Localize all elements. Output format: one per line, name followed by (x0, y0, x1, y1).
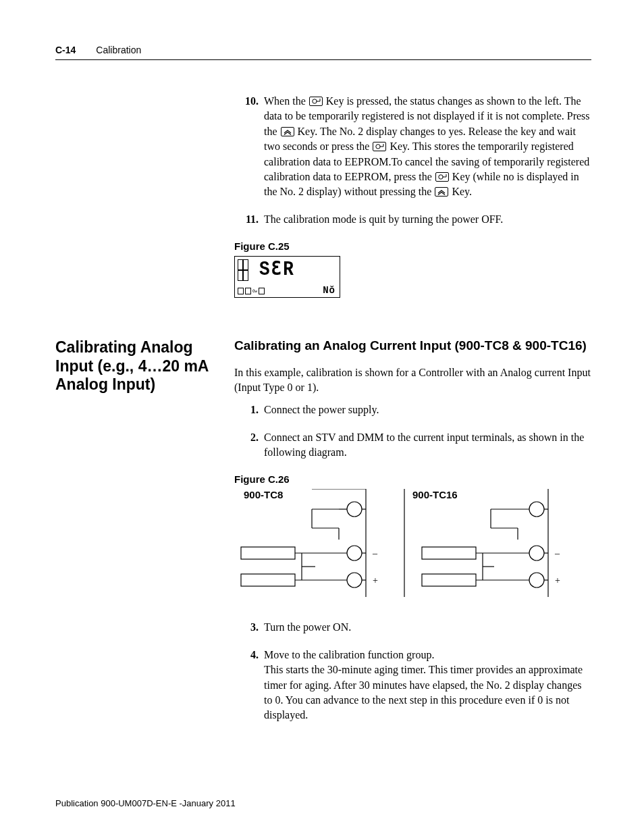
step-item: 4.Move to the calibration function group… (264, 648, 591, 723)
step-item: 11.The calibration mode is quit by turni… (264, 212, 591, 227)
step-item: 3.Turn the power ON. (264, 620, 591, 635)
up-key-icon (435, 187, 448, 197)
publication-line: Publication 900-UM007D-EN-E -January 201… (55, 798, 236, 808)
step-list: 1.Connect the power supply.2.Connect an … (234, 402, 591, 460)
step-item: 2.Connect an STV and DMM to the current … (264, 430, 591, 461)
step-number: 4. (240, 648, 259, 662)
figure-c26: 900-TC8 (234, 489, 591, 604)
intro-paragraph: In this example, calibration is shown fo… (234, 365, 591, 394)
svg-point-5 (347, 502, 362, 517)
step-number: 2. (240, 430, 259, 445)
svg-point-24 (529, 502, 544, 517)
svg-point-11 (347, 546, 362, 561)
section-heading-left: Calibrating Analog Input (e.g., 4…20 mA … (55, 338, 234, 394)
figure-label: Figure C.26 (234, 473, 591, 485)
svg-point-2 (439, 175, 443, 179)
svg-rect-19 (241, 574, 295, 586)
chapter-name: Calibration (96, 45, 141, 55)
enter-key-icon (309, 97, 323, 106)
plus-symbol: + (555, 575, 560, 585)
step-number: 3. (240, 620, 259, 635)
page-number: C-14 (55, 45, 76, 55)
figure-c25: SƐR Nŏ Ow (234, 256, 340, 298)
section-subheading: Calibrating an Analog Current Input (900… (234, 338, 591, 353)
page-header: C-14 Calibration (55, 45, 591, 60)
svg-rect-18 (241, 547, 295, 559)
step-number: 11. (240, 212, 259, 227)
step-number: 10. (240, 94, 259, 109)
step-list: 3.Turn the power ON.4.Move to the calibr… (234, 620, 591, 723)
svg-point-15 (347, 573, 362, 588)
svg-point-1 (376, 145, 380, 149)
figure-sublabel: 900-TC8 (244, 489, 283, 500)
enter-key-icon (373, 142, 386, 151)
svg-rect-36 (422, 574, 476, 586)
step-item: 1.Connect the power supply. (264, 402, 591, 417)
lcd-sub-text: Nŏ (323, 285, 336, 296)
svg-point-29 (529, 546, 544, 561)
step-item: 10.When the Key is pressed, the status c… (264, 94, 591, 200)
diagram-900-tc16: – + (403, 489, 572, 604)
figure-label: Figure C.25 (234, 240, 591, 252)
step-list: 10.When the Key is pressed, the status c… (234, 94, 591, 227)
plus-symbol: + (373, 575, 378, 585)
enter-key-icon (435, 172, 449, 182)
minus-symbol: – (554, 548, 560, 558)
svg-rect-35 (422, 547, 476, 559)
svg-point-32 (529, 573, 544, 588)
step-number: 1. (240, 402, 259, 417)
lcd-main-text: SƐR (259, 257, 336, 281)
up-key-icon (281, 127, 294, 136)
minus-symbol: – (372, 548, 378, 558)
svg-point-0 (313, 99, 317, 103)
figure-sublabel: 900-TC16 (412, 489, 458, 500)
diagram-900-tc8: – + (234, 489, 403, 604)
